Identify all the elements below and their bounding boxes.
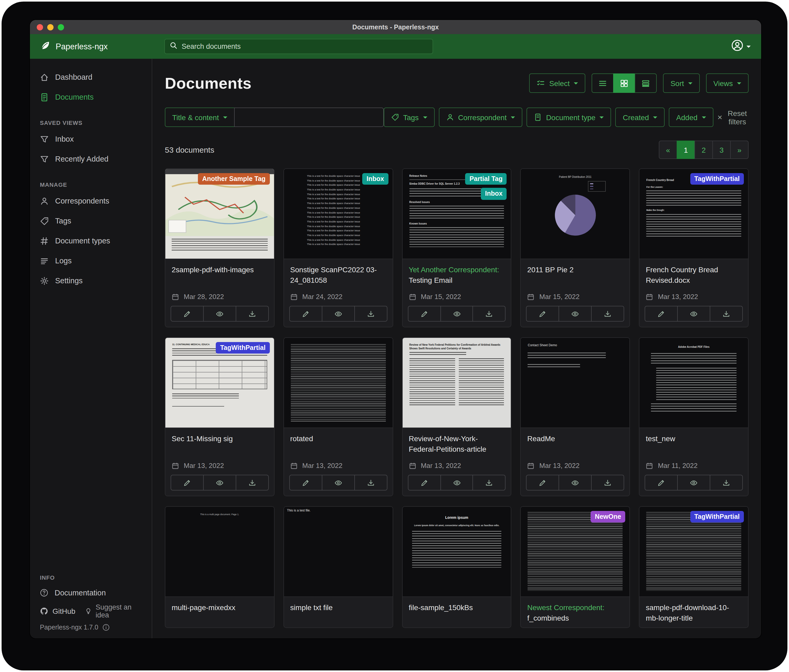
view-button[interactable] <box>203 306 236 322</box>
document-thumbnail[interactable]: Another Sample Tag <box>165 169 274 259</box>
created-filter-button[interactable]: Created <box>615 108 665 127</box>
pagination-next[interactable]: » <box>730 140 749 159</box>
document-thumbnail[interactable]: French Country Bread For the Leaven: Mak… <box>639 169 748 259</box>
user-menu[interactable] <box>731 39 761 54</box>
sort-button[interactable]: Sort <box>663 73 700 93</box>
sidebar-item-document-types[interactable]: Document types <box>30 231 152 251</box>
sidebar-item-correspondents[interactable]: Correspondents <box>30 191 152 211</box>
document-title[interactable]: simple txt file <box>290 603 387 613</box>
document-title[interactable]: rotated <box>290 434 387 444</box>
document-title[interactable]: ReadMe <box>527 434 623 444</box>
close-button[interactable] <box>37 24 43 30</box>
edit-button[interactable] <box>289 475 322 490</box>
edit-button[interactable] <box>526 306 559 322</box>
document-correspondent[interactable]: Yet Another Correspondent: <box>409 266 499 274</box>
document-thumbnail[interactable]: Contact Sheet Demo <box>521 338 630 428</box>
minimize-button[interactable] <box>47 24 54 30</box>
download-button[interactable] <box>473 475 506 490</box>
download-button[interactable] <box>236 306 269 322</box>
title-content-input[interactable] <box>234 108 384 127</box>
document-title[interactable]: test_new <box>646 434 742 444</box>
tag-chip[interactable]: Inbox <box>481 188 507 200</box>
view-button[interactable] <box>677 306 710 322</box>
document-thumbnail[interactable]: Lorem ipsum Lorem ipsum dolor sit amet, … <box>402 507 511 597</box>
download-button[interactable] <box>354 475 387 490</box>
title-content-dropdown[interactable]: Title & content <box>165 108 235 127</box>
view-button[interactable] <box>321 475 355 490</box>
view-details-button[interactable] <box>635 73 657 93</box>
view-button[interactable] <box>440 475 473 490</box>
info-circle-icon[interactable] <box>102 624 110 631</box>
document-type-filter-button[interactable]: Document type <box>527 108 611 127</box>
document-title[interactable]: Sec 11-Missing sig <box>172 434 268 444</box>
download-button[interactable] <box>473 306 506 322</box>
document-thumbnail[interactable]: Patient BP Distribution 2011 <box>521 169 630 259</box>
download-button[interactable] <box>591 306 624 322</box>
document-thumbnail[interactable]: 11. CONTINUING MEDICAL EDUCA TagWithPart… <box>165 338 274 428</box>
edit-button[interactable] <box>645 306 678 322</box>
download-button[interactable] <box>236 475 269 490</box>
download-button[interactable] <box>354 306 387 322</box>
sidebar-item-recently-added[interactable]: Recently Added <box>30 149 152 169</box>
sidebar-item-logs[interactable]: Logs <box>30 251 152 271</box>
download-button[interactable] <box>710 306 743 322</box>
download-button[interactable] <box>591 475 624 490</box>
edit-button[interactable] <box>407 306 441 322</box>
tag-chip[interactable]: Partial Tag <box>465 173 507 185</box>
view-button[interactable] <box>321 306 355 322</box>
sidebar-item-github[interactable]: GitHub <box>40 607 75 615</box>
document-title[interactable]: multi-page-mixedxx <box>172 603 268 613</box>
edit-button[interactable] <box>645 475 678 490</box>
document-title[interactable]: French Country Bread Revised.docx <box>646 265 742 285</box>
document-title[interactable]: sample-pdf-download-10-mb-longer-title <box>646 603 742 623</box>
brand[interactable]: Paperless-ngx <box>30 40 152 53</box>
view-button[interactable] <box>440 306 473 322</box>
tag-chip[interactable]: NewOne <box>591 511 625 523</box>
document-title[interactable]: 2011 BP Pie 2 <box>527 265 623 275</box>
document-thumbnail[interactable]: Adobe Acrobat PDF Files <box>639 338 748 428</box>
select-button[interactable]: Select <box>529 73 586 93</box>
document-thumbnail[interactable]: This is a multi page document. Page 1. <box>165 507 274 597</box>
edit-button[interactable] <box>289 306 322 322</box>
document-title[interactable]: Sonstige ScanPC2022 03-24_081058 <box>290 265 387 285</box>
correspondent-filter-button[interactable]: Correspondent <box>439 108 522 127</box>
sidebar-item-documents[interactable]: Documents <box>30 87 152 107</box>
document-thumbnail[interactable] <box>284 338 393 428</box>
sidebar-item-suggest-idea[interactable]: Suggest an idea <box>85 603 142 619</box>
sidebar-item-settings[interactable]: Settings <box>30 271 152 291</box>
tag-chip[interactable]: TagWithPartial <box>690 511 744 523</box>
sidebar-item-inbox[interactable]: Inbox <box>30 129 152 149</box>
document-title[interactable]: Review-of-New-York-Federal-Petitions-art… <box>409 434 505 454</box>
view-button[interactable] <box>677 475 710 490</box>
tag-chip[interactable]: Another Sample Tag <box>198 173 270 185</box>
edit-button[interactable] <box>171 475 204 490</box>
tag-chip[interactable]: Inbox <box>363 173 388 185</box>
document-title[interactable]: file-sample_150kBs <box>409 603 505 613</box>
document-thumbnail[interactable]: NewOne <box>521 507 630 597</box>
view-button[interactable] <box>559 306 592 322</box>
views-button[interactable]: Views <box>706 73 749 93</box>
edit-button[interactable] <box>171 306 204 322</box>
edit-button[interactable] <box>526 475 559 490</box>
pagination-page-3[interactable]: 3 <box>712 140 731 159</box>
document-thumbnail[interactable]: This is a test for the double space char… <box>284 169 393 259</box>
reset-filters-button[interactable]: × Reset filters <box>717 109 749 126</box>
document-title[interactable]: Newest Correspondent: f_combineds <box>527 603 623 623</box>
search-input[interactable] <box>182 43 428 50</box>
edit-button[interactable] <box>407 475 441 490</box>
document-thumbnail[interactable]: This is a test file. <box>284 507 393 597</box>
tag-chip[interactable]: TagWithPartial <box>216 342 270 354</box>
document-thumbnail[interactable]: Review of New York Federal Petitions for… <box>402 338 511 428</box>
document-title[interactable]: 2sample-pdf-with-images <box>172 265 268 275</box>
zoom-button[interactable] <box>58 24 64 30</box>
pagination-page-1[interactable]: 1 <box>677 140 695 159</box>
tags-filter-button[interactable]: Tags <box>384 108 434 127</box>
view-grid-button[interactable] <box>613 73 635 93</box>
pagination-page-2[interactable]: 2 <box>695 140 713 159</box>
sidebar-item-dashboard[interactable]: Dashboard <box>30 67 152 87</box>
document-correspondent[interactable]: Newest Correspondent: <box>527 603 604 611</box>
pagination-prev[interactable]: « <box>659 140 677 159</box>
document-title[interactable]: Yet Another Correspondent: Testing Email <box>409 265 505 285</box>
tag-chip[interactable]: TagWithPartial <box>690 173 744 185</box>
document-thumbnail[interactable]: Release Notes Simba ODBC Driver for SQL … <box>402 169 511 259</box>
